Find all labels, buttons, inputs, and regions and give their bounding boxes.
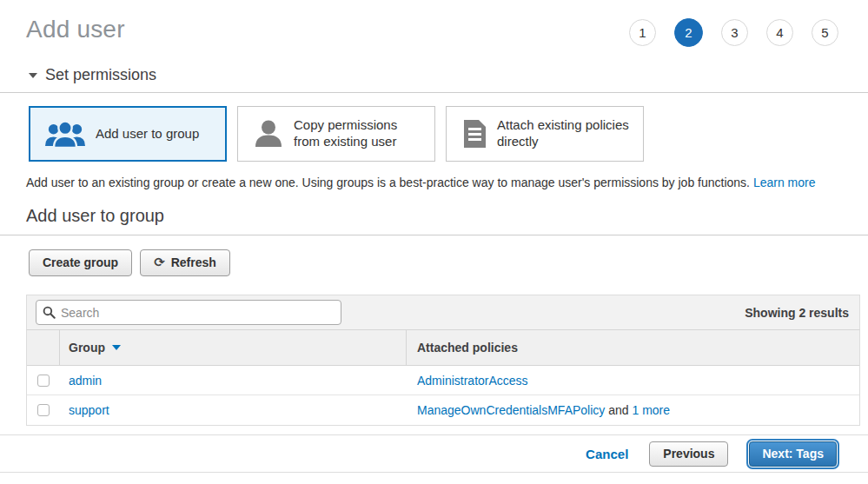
group-toolbar: Create group ⟳ Refresh (0, 249, 868, 276)
user-group-icon (45, 120, 85, 149)
permission-card-label: Add user to group (96, 126, 199, 143)
create-group-button[interactable]: Create group (29, 249, 132, 276)
divider (0, 92, 868, 93)
checkbox-cell (27, 375, 60, 387)
description-text: Add user to an existing group or create … (26, 176, 753, 189)
table-header-row: Group Attached policies (27, 330, 859, 366)
learn-more-link[interactable]: Learn more (753, 176, 816, 189)
table-filter-bar: Showing 2 results (26, 295, 860, 329)
policies-column-label: Attached policies (417, 341, 518, 355)
permission-option-cards: Add user to group Copy permissions from … (0, 106, 868, 162)
page-title: Add user (26, 16, 125, 43)
step-1: 1 (629, 19, 656, 46)
permission-card-add-user-to-group[interactable]: Add user to group (29, 106, 227, 162)
group-section-title: Add user to group (0, 206, 868, 226)
step-3: 3 (721, 19, 748, 46)
table-row-admin: admin AdministratorAccess (27, 366, 859, 395)
groups-grid: Group Attached policies admin Administra… (26, 329, 860, 426)
search-input[interactable] (36, 300, 341, 325)
refresh-button[interactable]: ⟳ Refresh (140, 249, 230, 276)
previous-button[interactable]: Previous (649, 441, 728, 467)
search-icon (43, 306, 56, 322)
results-count: Showing 2 results (745, 306, 849, 320)
policy-and-text: and (605, 403, 632, 417)
group-table: Showing 2 results Group Attached policie… (26, 295, 860, 426)
group-column-header[interactable]: Group (60, 330, 407, 365)
search-box (36, 300, 341, 325)
table-row-support: support ManageOwnCredentialsMFAPolicy an… (27, 395, 859, 425)
step-4: 4 (766, 19, 793, 46)
group-cell: admin (60, 374, 407, 388)
permissions-description: Add user to an existing group or create … (0, 176, 868, 189)
wizard-footer: Cancel Previous Next: Tags (0, 434, 868, 473)
step-indicator: 1 2 3 4 5 (629, 19, 838, 47)
policy-link[interactable]: AdministratorAccess (417, 374, 528, 388)
refresh-label: Refresh (171, 255, 216, 269)
policies-cell: AdministratorAccess (407, 374, 859, 388)
step-5: 5 (812, 19, 838, 46)
collapse-triangle-icon (29, 73, 37, 78)
group-link[interactable]: admin (69, 374, 102, 388)
policy-link[interactable]: ManageOwnCredentialsMFAPolicy (417, 403, 605, 417)
policies-column-header: Attached policies (407, 330, 859, 365)
policies-cell: ManageOwnCredentialsMFAPolicy and 1 more (407, 403, 859, 417)
select-all-header-cell (27, 330, 60, 365)
set-permissions-label: Set permissions (45, 66, 156, 84)
policy-more-link[interactable]: 1 more (632, 403, 670, 417)
document-icon (462, 119, 487, 149)
permission-card-copy-permissions[interactable]: Copy permissions from existing user (237, 106, 435, 162)
next-tags-button[interactable]: Next: Tags (749, 441, 837, 467)
wizard-header: Add user 1 2 3 4 5 (0, 16, 868, 47)
permission-card-attach-policies[interactable]: Attach existing policies directly (446, 106, 644, 162)
cancel-button[interactable]: Cancel (586, 447, 628, 461)
group-column-label: Group (69, 341, 105, 355)
divider (0, 235, 868, 235)
group-cell: support (60, 403, 407, 417)
row-checkbox[interactable] (37, 404, 50, 416)
row-checkbox[interactable] (37, 375, 50, 387)
sort-descending-icon (112, 345, 121, 350)
checkbox-cell (27, 404, 60, 416)
group-link[interactable]: support (69, 403, 109, 417)
user-icon (254, 119, 283, 149)
permission-card-label: Copy permissions from existing user (294, 117, 424, 150)
permission-card-label: Attach existing policies directly (497, 117, 633, 150)
set-permissions-header[interactable]: Set permissions (0, 66, 868, 84)
add-user-wizard: Add user 1 2 3 4 5 Set permissions (0, 0, 868, 473)
refresh-icon: ⟳ (154, 255, 165, 270)
step-2-active: 2 (674, 18, 703, 47)
